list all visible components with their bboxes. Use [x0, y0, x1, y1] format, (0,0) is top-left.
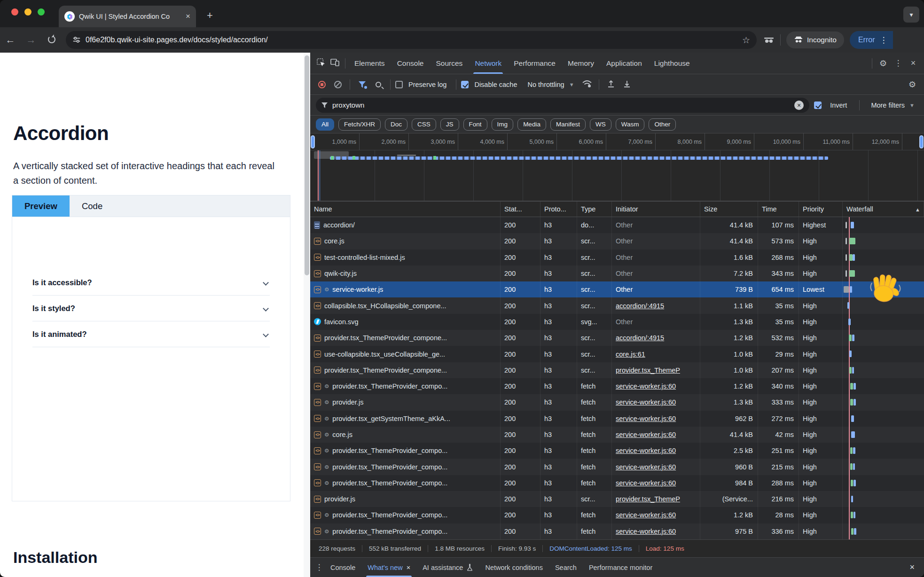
bookmark-star-icon[interactable]: ☆ — [742, 35, 750, 46]
request-waterfall[interactable] — [843, 217, 924, 233]
request-name[interactable]: collapsible.tsx_HCollapsible_compone... — [324, 302, 446, 310]
invert-checkbox[interactable] — [814, 101, 822, 109]
type-filter-font[interactable]: Font — [463, 118, 487, 131]
table-row[interactable]: <>⚙qwik-city.js 200 h3 scr... Other 7.2 … — [310, 265, 924, 281]
clear-filter-icon[interactable]: × — [794, 101, 804, 110]
request-initiator[interactable]: Other — [616, 286, 633, 293]
request-waterfall[interactable] — [843, 523, 924, 539]
request-initiator[interactable]: service-worker.js:60 — [616, 528, 676, 535]
url-text[interactable]: 0f6e2f0b.qwik-ui-site.pages.dev/docs/sty… — [86, 36, 268, 44]
minimize-window-button[interactable] — [24, 8, 31, 16]
type-filter-all[interactable]: All — [316, 118, 334, 131]
preserve-log-label[interactable]: Preserve log — [408, 81, 446, 88]
drawer-menu-icon[interactable]: ⋮ — [314, 562, 324, 572]
request-waterfall[interactable] — [843, 491, 924, 507]
tab-close-icon[interactable]: × — [186, 12, 190, 21]
accordion-item[interactable]: Is it animated? — [32, 321, 270, 347]
table-row[interactable]: <>⚙collapsible.tsx_HCollapsible_compone.… — [310, 297, 924, 313]
request-initiator[interactable]: Other — [616, 221, 633, 229]
column-header-priority[interactable]: Priority — [799, 202, 843, 217]
request-waterfall[interactable] — [843, 330, 924, 346]
request-name[interactable]: provider.tsx_ThemeProvider_compo... — [332, 382, 447, 390]
error-label[interactable]: Error — [858, 36, 875, 44]
url-bar[interactable]: 0f6e2f0b.qwik-ui-site.pages.dev/docs/sty… — [66, 31, 757, 49]
table-row[interactable]: <>⚙provider.tsx_ThemeProvider_compo... 2… — [310, 475, 924, 491]
request-waterfall[interactable] — [843, 378, 924, 394]
devtools-tab-performance[interactable]: Performance — [508, 53, 562, 74]
table-row[interactable]: <>⚙provider.js 200 h3 scr... provider.ts… — [310, 491, 924, 507]
browser-menu-icon[interactable]: ⋮ — [879, 35, 887, 45]
request-initiator[interactable]: service-worker.js:60 — [616, 431, 676, 438]
accordion-item[interactable]: Is it styled? — [32, 296, 270, 321]
table-row[interactable]: <>⚙provider.tsx_ThemeProvider_compo... 2… — [310, 459, 924, 475]
demo-tab-preview[interactable]: Preview — [12, 195, 70, 217]
devtools-menu-icon[interactable]: ⋮ — [891, 58, 905, 68]
site-settings-icon[interactable] — [72, 36, 81, 44]
table-row[interactable]: <>⚙use-collapsible.tsx_useCollapsible_ge… — [310, 346, 924, 362]
column-header-stat[interactable]: Stat... — [501, 202, 540, 217]
request-name[interactable]: provider.js — [324, 495, 355, 503]
column-header-proto[interactable]: Proto... — [540, 202, 577, 217]
drawer-tab-performance-monitor[interactable]: Performance monitor — [583, 558, 658, 577]
request-initiator[interactable]: provider.tsx_ThemeP — [616, 495, 680, 503]
column-header-time[interactable]: Time — [758, 202, 799, 217]
request-initiator[interactable]: service-worker.js:60 — [616, 382, 676, 390]
devtools-close-icon[interactable]: × — [906, 58, 920, 68]
column-header-name[interactable]: Name — [310, 202, 501, 217]
disable-cache-label[interactable]: Disable cache — [474, 81, 517, 88]
disable-cache-checkbox[interactable] — [461, 81, 469, 88]
request-initiator[interactable]: core.js:61 — [616, 351, 645, 358]
request-initiator[interactable]: accordion/:4915 — [616, 334, 664, 342]
close-window-button[interactable] — [11, 8, 18, 16]
table-row[interactable]: <>⚙provider.tsx_ThemeProvider_compo... 2… — [310, 378, 924, 394]
request-name[interactable]: service-worker.js — [332, 286, 383, 293]
devtools-tab-application[interactable]: Application — [600, 53, 648, 74]
request-waterfall[interactable] — [843, 362, 924, 378]
accordion-item[interactable]: Is it accessible? — [32, 270, 270, 296]
devtools-tab-memory[interactable]: Memory — [562, 53, 600, 74]
type-filter-manifest[interactable]: Manifest — [550, 118, 586, 131]
type-filter-media[interactable]: Media — [517, 118, 546, 131]
close-icon[interactable]: × — [407, 564, 410, 571]
request-name[interactable]: qwik-city.js — [324, 270, 357, 277]
request-waterfall[interactable] — [843, 346, 924, 362]
request-waterfall[interactable] — [843, 394, 924, 410]
request-initiator[interactable]: Other — [616, 318, 633, 326]
request-initiator[interactable]: service-worker.js:60 — [616, 447, 676, 454]
type-filter-doc[interactable]: Doc — [385, 118, 407, 131]
type-filter-other[interactable]: Other — [649, 118, 676, 131]
device-toolbar-icon[interactable] — [328, 58, 342, 68]
import-har-icon[interactable] — [604, 80, 618, 89]
overview-right-handle[interactable] — [919, 135, 924, 148]
table-row[interactable]: <>⚙provider.tsx_ThemeProvider_compo... 2… — [310, 507, 924, 523]
request-name[interactable]: provider.tsx_ThemeProvider_compone... — [324, 334, 447, 342]
request-initiator[interactable]: service-worker.js:60 — [616, 398, 676, 406]
export-har-icon[interactable] — [620, 80, 634, 89]
drawer-tab-ai-assistance[interactable]: AI assistance — [416, 558, 479, 577]
more-filters-dropdown[interactable]: More filters ▼ — [867, 101, 918, 109]
preserve-log-checkbox[interactable] — [395, 81, 403, 88]
network-conditions-icon[interactable] — [580, 79, 594, 89]
devtools-tab-console[interactable]: Console — [391, 53, 430, 74]
request-name[interactable]: core.js — [324, 237, 345, 245]
table-row[interactable]: <>⚙provider.tsx_ThemeProvider_compone...… — [310, 330, 924, 346]
request-waterfall[interactable] — [843, 250, 924, 265]
browser-tab[interactable]: Qwik UI | Styled Accordion Co × — [59, 6, 196, 27]
type-filter-js[interactable]: JS — [440, 118, 459, 131]
type-filter-img[interactable]: Img — [492, 118, 514, 131]
table-row[interactable]: <>⚙provider.js 200 h3 fetch service-work… — [310, 394, 924, 410]
request-name[interactable]: provider.tsx_ThemeProvider_compo... — [332, 463, 447, 471]
invert-label[interactable]: Invert — [830, 101, 847, 109]
table-row[interactable]: <>⚙service-worker.js 200 h3 scr... Other… — [310, 281, 924, 297]
filter-input[interactable] — [332, 101, 790, 109]
table-row[interactable]: <>⚙test-controlled-list-mixed.js 200 h3 … — [310, 250, 924, 265]
filter-field[interactable]: × — [316, 98, 809, 113]
request-name[interactable]: test-controlled-list-mixed.js — [324, 254, 405, 261]
request-name[interactable]: provider.tsx_ThemeProvider_compo... — [332, 479, 447, 487]
request-waterfall[interactable] — [843, 233, 924, 249]
request-initiator[interactable]: Other — [616, 254, 633, 261]
clear-network-log-icon[interactable] — [334, 81, 342, 88]
devtools-tab-sources[interactable]: Sources — [430, 53, 469, 74]
request-initiator[interactable]: provider.tsx_ThemeP — [616, 366, 680, 374]
request-name[interactable]: provider.tsx_ThemeProvider_compone... — [324, 366, 447, 374]
